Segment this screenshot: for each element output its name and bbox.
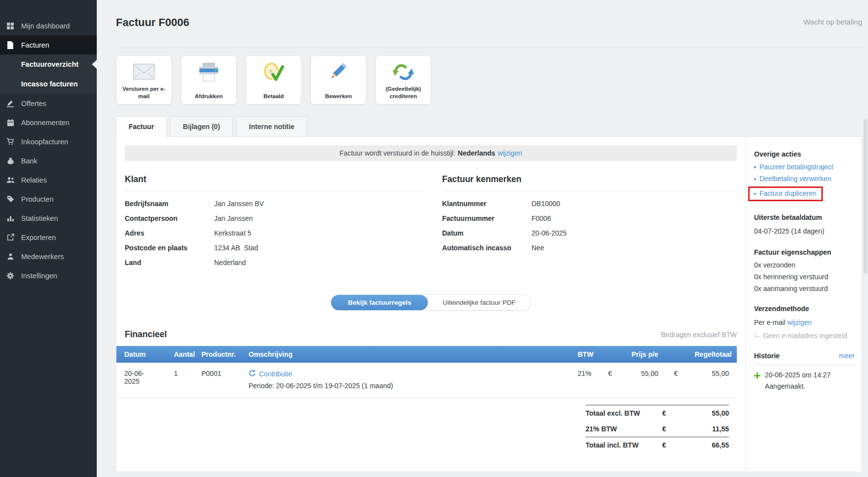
- tab-label: Factuur: [129, 123, 154, 131]
- invoice-props-heading: Factuur eigenschappen: [754, 248, 855, 256]
- kv-row: Bedrijfsnaam Jan Janssen BV: [125, 199, 423, 209]
- invoice-lines-table: Datum Aantal Productnr. Omschrijving BTW…: [116, 346, 737, 398]
- history-group: Historie meer 20-06-2025 om 14:27 Aangem…: [754, 352, 855, 390]
- due-date-group: Uiterste betaaldatum 04-07-2025 (14 dage…: [754, 213, 855, 236]
- invoice-props-group: Factuur eigenschappen 0x verzonden 0x he…: [754, 248, 855, 292]
- mark-paid-button[interactable]: € Betaald: [246, 55, 302, 105]
- page-title: Factuur F0006: [116, 16, 862, 29]
- tab-label: Bijlagen (0): [183, 123, 220, 131]
- sidebar-item-inkoopfacturen[interactable]: Inkoopfacturen: [0, 132, 97, 151]
- kv-row: Automatisch incasso Nee: [442, 243, 737, 253]
- kv-row: Factuurnummer F0006: [442, 214, 737, 223]
- tree-branch-icon: [755, 333, 759, 337]
- invoice-properties-heading: Factuur kenmerken: [442, 174, 737, 191]
- sidebar-item-facturen[interactable]: Facturen: [0, 35, 97, 54]
- tab-factuur[interactable]: Factuur: [116, 116, 167, 137]
- btw-row: 21% BTW € 11,55: [586, 421, 729, 437]
- history-more-link[interactable]: meer: [839, 352, 855, 360]
- title-divider: [116, 48, 862, 48]
- sidebar-subitem-factuuroverzicht[interactable]: Factuuroverzicht: [0, 54, 97, 74]
- history-text: Aangemaakt.: [765, 382, 831, 390]
- change-send-method-link[interactable]: wijzigen: [787, 318, 812, 326]
- cell-btw: 21%: [570, 363, 600, 398]
- due-date-heading: Uiterste betaaldatum: [754, 213, 855, 221]
- print-button[interactable]: Afdrukken: [181, 55, 237, 105]
- sidebar-subitem-label: Factuuroverzicht: [21, 60, 79, 68]
- kv-row: Postcode en plaats 1234 AB Stad: [125, 243, 423, 253]
- cell-currency: €: [600, 363, 621, 398]
- tab-interne-notitie[interactable]: Interne notitie: [236, 116, 308, 137]
- sidebar-item-exporteren[interactable]: Exporteren: [0, 228, 97, 247]
- scrollbar-thumb[interactable]: [864, 119, 868, 274]
- sidebar-item-offertes[interactable]: Offertes: [0, 94, 97, 113]
- main-content: Factuur F0006 Wacht op betaling Versture…: [97, 0, 868, 477]
- app-window: Mijn dashboard Facturen Factuuroverzicht…: [0, 0, 868, 477]
- financial-header: Financieel Bedragen exclusief BTW: [125, 329, 737, 340]
- paid-coin-check-icon: €: [262, 60, 285, 84]
- action-card-label: Betaald: [263, 93, 284, 100]
- col-prijs: Prijs p/e: [621, 346, 666, 363]
- change-language-link[interactable]: wijzigen: [498, 149, 522, 157]
- history-heading: Historie: [754, 352, 780, 360]
- customer-rows: Bedrijfsnaam Jan Janssen BV Contactperso…: [125, 199, 423, 267]
- sidebar-item-abonnementen[interactable]: Abonnementen: [0, 113, 97, 132]
- tab-label: Interne notitie: [249, 123, 295, 131]
- sidebar-item-producten[interactable]: Producten: [0, 189, 97, 209]
- invoice-properties-rows: Klantnummer DB10000 Factuurnummer F0006 …: [442, 199, 737, 253]
- invoice-detail: Factuur wordt verstuurd in de huisstijl:…: [116, 137, 745, 472]
- language-notice: Factuur wordt verstuurd in de huisstijl:…: [125, 145, 737, 161]
- col-btw: BTW: [570, 346, 600, 363]
- tag-icon: [5, 195, 15, 203]
- pause-payment-link[interactable]: Pauzeer betalingstraject: [754, 163, 855, 171]
- view-toggle: Bekijk factuurregels Uiteindelijke factu…: [331, 294, 531, 311]
- history-header: Historie meer: [754, 352, 855, 365]
- credit-button[interactable]: (Gedeeltelijk) crediteren: [375, 55, 431, 105]
- view-invoice-lines-button[interactable]: Bekijk factuurregels: [331, 295, 428, 310]
- demand-count: 0x aanmaning verstuurd: [754, 285, 855, 292]
- sidebar-item-label: Relaties: [21, 176, 47, 184]
- partial-payment-link[interactable]: Deelbetaling verwerken: [754, 175, 855, 183]
- duplicate-invoice-link[interactable]: Factuur dupliceren: [754, 189, 816, 198]
- sidebar-item-statistieken[interactable]: Statistieken: [0, 209, 97, 228]
- send-method-value: Per e-mail wijzigen: [754, 318, 855, 327]
- col-aantal: Aantal: [166, 346, 194, 363]
- sidebar-subitem-incasso-facturen[interactable]: Incasso facturen: [0, 74, 97, 94]
- sidebar-subitem-label: Incasso facturen: [21, 80, 78, 88]
- view-final-pdf-button[interactable]: Uiteindelijke factuur PDF: [428, 295, 531, 310]
- bullet-icon: [754, 166, 756, 168]
- customer-link[interactable]: Jan Janssen BV: [214, 199, 264, 209]
- customer-heading: Klant: [125, 174, 423, 191]
- sidebar-submenu-facturen: Factuuroverzicht Incasso facturen: [0, 54, 97, 94]
- tab-bijlagen[interactable]: Bijlagen (0): [170, 116, 232, 137]
- sidebar-item-label: Medewerkers: [21, 253, 64, 261]
- invoice-icon: [5, 41, 15, 49]
- history-entry: 20-06-2025 om 14:27 Aangemaakt.: [754, 371, 855, 390]
- send-email-button[interactable]: Versturen per e-mail: [116, 55, 172, 105]
- sidebar-item-instellingen[interactable]: Instellingen: [0, 266, 97, 285]
- sidebar-item-bank[interactable]: Bank: [0, 151, 97, 170]
- gear-icon: [5, 272, 15, 280]
- cell-aantal: 1: [166, 363, 194, 398]
- sidebar-item-relaties[interactable]: Relaties: [0, 170, 97, 189]
- cell-omschrijving: Contributie Periode: 20-06-2025 t/m 19-0…: [241, 363, 570, 398]
- sidebar-item-label: Instellingen: [21, 272, 57, 280]
- sidebar-item-label: Producten: [21, 195, 54, 203]
- money-bag-icon: [5, 157, 15, 165]
- user-icon: [5, 253, 15, 260]
- export-icon: [5, 234, 15, 241]
- sidebar-item-mijn-dashboard[interactable]: Mijn dashboard: [0, 16, 97, 35]
- product-link[interactable]: Contributie: [259, 370, 292, 378]
- calendar-icon: [5, 119, 15, 127]
- users-icon: [5, 176, 15, 184]
- total-incl-row: Totaal incl. BTW € 66,55: [586, 437, 729, 453]
- col-productnr: Productnr.: [194, 346, 241, 363]
- other-actions-group: Overige acties Pauzeer betalingstraject …: [754, 150, 855, 201]
- kv-row: Land Nederland: [125, 258, 423, 267]
- cart-icon: [5, 138, 15, 145]
- table-header-row: Datum Aantal Productnr. Omschrijving BTW…: [116, 346, 737, 363]
- sidebar: Mijn dashboard Facturen Factuuroverzicht…: [0, 0, 97, 477]
- col-datum: Datum: [116, 346, 166, 363]
- sidebar-item-medewerkers[interactable]: Medewerkers: [0, 247, 97, 266]
- edit-button[interactable]: Bewerken: [310, 55, 366, 105]
- kv-row: Adres Kerkstraat 5: [125, 229, 423, 238]
